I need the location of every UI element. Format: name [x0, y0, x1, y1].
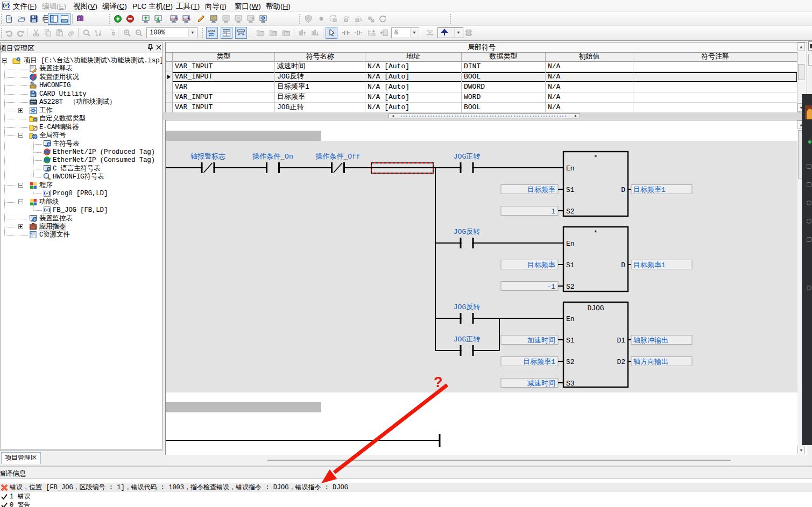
output-operand-box-shape[interactable]: 目标频率1 [633, 261, 666, 269]
contact-operand-label[interactable]: 操作条件_Off [315, 153, 360, 161]
function-block-shape[interactable]: S2 [566, 358, 575, 366]
close-icon[interactable] [156, 44, 161, 52]
tree-item-label[interactable]: HWCONFIG符号表 [53, 173, 104, 181]
symbol-cell[interactable]: N/A [Auto] [365, 72, 462, 82]
menu-4-shape[interactable]: C [119, 2, 125, 10]
column-header[interactable]: 符号注释 [633, 53, 797, 62]
tree-item-label[interactable]: 程序 [39, 181, 53, 190]
function-block-shape[interactable]: D [621, 186, 625, 194]
menu-5[interactable]: PLC 主机(P) [132, 2, 173, 11]
network-canvas[interactable] [166, 141, 797, 392]
tree-item-label[interactable]: 工作 [39, 106, 53, 115]
function-block-shape[interactable]: * [594, 154, 598, 162]
pin-icon[interactable] [147, 44, 154, 54]
contact-operand-label-shape[interactable]: JOG反转 [454, 303, 480, 311]
menu-8[interactable]: 窗口(W) [235, 2, 261, 11]
input-operand-box-shape[interactable]: 减速时间 [527, 380, 555, 388]
menu-7[interactable]: 向导(I) [205, 2, 227, 11]
symbol-row[interactable]: VAR_INPUT减速时间N/A [Auto]DINTN/A [166, 62, 797, 72]
upload-pc-button[interactable] [140, 13, 152, 25]
symbol-row[interactable]: VAR_INPUTJOG正转N/A [Auto]BOOLN/A [166, 103, 797, 113]
addr-toggle-button[interactable]: ADDR [206, 27, 218, 39]
collapse-minus-icon-shape[interactable] [19, 185, 22, 185]
contact-operand-label-shape[interactable]: JOG反转 [454, 228, 480, 236]
function-block-shape[interactable]: En [566, 165, 575, 173]
tree-item-label[interactable]: 项目 [E:\台达\功能块测试\功能块测试.isp] [24, 56, 163, 65]
symbol-cell[interactable]: 目标频率1 [275, 82, 365, 92]
tree-item-label[interactable]: 装置监控表 [39, 215, 73, 223]
contact-operand-label-shape[interactable]: JOG正转 [454, 335, 480, 344]
message-line[interactable]: 1 错误 [0, 492, 812, 501]
input-operand-box[interactable]: 目标频率1 [501, 357, 563, 367]
symbol-cell[interactable]: VAR_INPUT [173, 103, 275, 113]
ladder-contact-no-shape[interactable] [267, 166, 278, 170]
symbol-cell[interactable]: N/A [546, 72, 633, 82]
edit-pen-button[interactable] [195, 13, 207, 25]
output-operand-box-shape[interactable]: 目标频率1 [633, 185, 666, 194]
symbol-cell[interactable]: JOG正转 [275, 103, 365, 113]
tree-item-label[interactable]: EtherNet/IP (Consumed Tag) [53, 156, 155, 165]
menu-6[interactable]: 工具(T) [176, 2, 200, 11]
scroll-up-icon[interactable]: ▲ [797, 42, 805, 51]
horizontal-splitter[interactable]: ▲ ▲ [163, 112, 807, 120]
input-operand-box-shape[interactable]: 目标频率 [527, 261, 555, 269]
input-operand-box[interactable]: 加速时间 [501, 335, 563, 345]
symbol-cell[interactable]: JOG反转 [275, 72, 365, 82]
symbol-cell[interactable]: N/A [546, 92, 633, 103]
expand-plus-icon[interactable] [18, 224, 23, 229]
output-operand-box[interactable]: 轴脉冲输出 [628, 335, 692, 345]
ladder-contact-no-shape[interactable] [462, 316, 472, 320]
tree-item-label[interactable]: AS228T （功能块测试） [39, 98, 116, 106]
tree-item-label[interactable]: 全局符号 [39, 131, 66, 140]
expand-plus-icon[interactable] [18, 108, 23, 113]
column-header[interactable]: 初始值 [546, 53, 633, 62]
column-header[interactable]: 类型 [173, 53, 275, 62]
symbol-cell[interactable]: N/A [Auto] [365, 92, 462, 103]
input-operand-box[interactable]: 目标频率 [501, 185, 563, 195]
tree-item-label[interactable]: 自定义数据类型 [39, 115, 86, 123]
output-operand-box-shape[interactable]: 轴脉冲输出 [633, 337, 668, 345]
collapse-minus-icon-shape[interactable] [19, 135, 22, 135]
ladder-hscrollbar[interactable] [165, 455, 807, 466]
view-workspace-button[interactable] [48, 13, 60, 25]
output-operand-box[interactable]: 目标频率1 [628, 260, 692, 270]
menu-1[interactable]: 文件(F) [13, 2, 37, 11]
network-view-button[interactable] [235, 27, 247, 39]
help-book-button[interactable]: ? [74, 13, 86, 25]
function-block-shape[interactable]: S2 [566, 208, 575, 216]
network-header-band[interactable] [166, 402, 321, 412]
symbol-row[interactable]: VAR_INPUT目标频率N/A [Auto]WORDN/A [166, 92, 797, 103]
function-block-shape[interactable]: S3 [566, 380, 575, 388]
symbol-cell[interactable]: N/A [546, 103, 633, 113]
function-block-shape[interactable]: S1 [566, 186, 575, 194]
pin-icon-shape-shape[interactable] [150, 45, 151, 47]
tree-item-label[interactable]: EtherNet/IP (Produced Tag) [53, 148, 155, 156]
symbol-cell[interactable] [633, 103, 797, 113]
network-canvas-shape[interactable] [166, 141, 797, 392]
input-operand-box-shape[interactable] [501, 206, 558, 216]
contact-operand-label[interactable]: 操作条件_On [252, 153, 293, 161]
expand-plus-icon-shape[interactable] [20, 225, 21, 228]
input-operand-box[interactable]: 减速时间 [501, 379, 563, 388]
collapse-minus-icon[interactable] [18, 183, 23, 188]
input-operand-box[interactable]: -1 [501, 282, 563, 291]
symbol-cell[interactable]: DINT [462, 62, 546, 72]
symbol-cell[interactable] [633, 92, 797, 103]
input-operand-box-shape[interactable]: 1 [551, 208, 555, 216]
tree-item-label[interactable]: HWCONFIG [39, 81, 70, 90]
output-operand-box[interactable]: 目标频率1 [628, 185, 692, 195]
symbol-cell[interactable]: VAR_INPUT [173, 62, 275, 72]
contact-operand-label[interactable]: 轴报警标志 [190, 153, 225, 161]
pin-icon-shape[interactable] [147, 44, 154, 52]
tree-item-label[interactable]: 装置注释表 [39, 65, 73, 73]
menu-2[interactable]: 编辑(E) [42, 2, 66, 11]
function-block[interactable]: *EnS1S2D [563, 227, 628, 291]
tree-item-label[interactable]: 应用指令 [39, 223, 66, 231]
function-block-shape[interactable]: S1 [566, 337, 575, 345]
column-header[interactable]: 符号名称 [275, 53, 365, 62]
tree-item-label[interactable]: 装置使用状况 [39, 73, 79, 82]
tree-item-label[interactable]: Prog0 [PRG,LD] [53, 189, 108, 198]
chevron-down-icon[interactable]: ▼ [454, 28, 462, 37]
download-pc-button[interactable] [152, 13, 164, 25]
message-line[interactable]: 0 警告 [0, 501, 812, 507]
